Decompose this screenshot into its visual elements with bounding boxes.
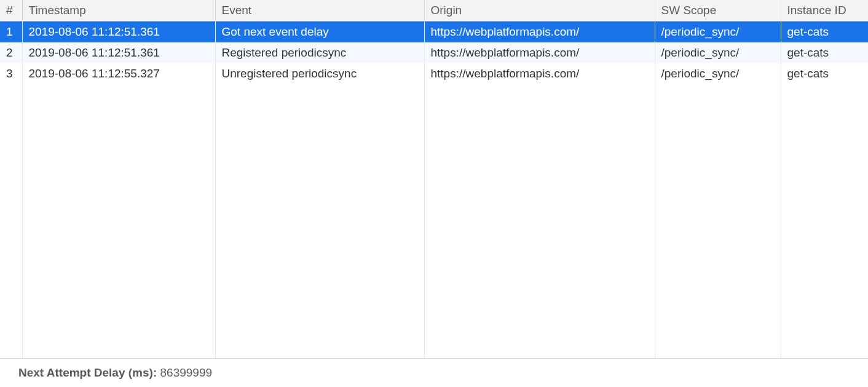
cell-origin: https://webplatformapis.com/ xyxy=(424,63,655,84)
events-table: # Timestamp Event Origin SW Scope Instan… xyxy=(0,0,868,358)
cell-number: 3 xyxy=(0,63,22,84)
footer-bar: Next Attempt Delay (ms): 86399999 xyxy=(0,359,868,387)
cell-number: 1 xyxy=(0,22,22,43)
cell-instance-id: get-cats xyxy=(781,42,868,63)
next-attempt-delay-value: 86399999 xyxy=(160,366,213,379)
cell-event: Unregistered periodicsync xyxy=(215,63,424,84)
events-table-container: # Timestamp Event Origin SW Scope Instan… xyxy=(0,0,868,359)
next-attempt-delay-label: Next Attempt Delay (ms): xyxy=(18,366,160,379)
table-filler-row xyxy=(0,84,868,358)
column-header-timestamp[interactable]: Timestamp xyxy=(22,0,215,22)
cell-number: 2 xyxy=(0,42,22,63)
cell-sw-scope: /periodic_sync/ xyxy=(655,22,781,43)
table-row[interactable]: 12019-08-06 11:12:51.361Got next event d… xyxy=(0,22,868,43)
cell-origin: https://webplatformapis.com/ xyxy=(424,22,655,43)
cell-instance-id: get-cats xyxy=(781,63,868,84)
cell-sw-scope: /periodic_sync/ xyxy=(655,42,781,63)
cell-sw-scope: /periodic_sync/ xyxy=(655,63,781,84)
table-row[interactable]: 32019-08-06 11:12:55.327Unregistered per… xyxy=(0,63,868,84)
cell-timestamp: 2019-08-06 11:12:51.361 xyxy=(22,42,215,63)
column-header-sw-scope[interactable]: SW Scope xyxy=(655,0,781,22)
column-header-event[interactable]: Event xyxy=(215,0,424,22)
cell-timestamp: 2019-08-06 11:12:51.361 xyxy=(22,22,215,43)
cell-event: Registered periodicsync xyxy=(215,42,424,63)
column-header-instance-id[interactable]: Instance ID xyxy=(781,0,868,22)
cell-origin: https://webplatformapis.com/ xyxy=(424,42,655,63)
cell-event: Got next event delay xyxy=(215,22,424,43)
cell-instance-id: get-cats xyxy=(781,22,868,43)
cell-timestamp: 2019-08-06 11:12:55.327 xyxy=(22,63,215,84)
column-header-origin[interactable]: Origin xyxy=(424,0,655,22)
column-header-number[interactable]: # xyxy=(0,0,22,22)
table-header-row: # Timestamp Event Origin SW Scope Instan… xyxy=(0,0,868,22)
table-row[interactable]: 22019-08-06 11:12:51.361Registered perio… xyxy=(0,42,868,63)
